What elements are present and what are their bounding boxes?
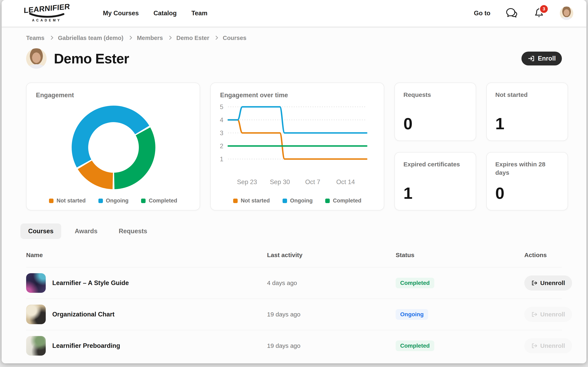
legend-label: Ongoing [290,198,313,204]
logout-icon [531,280,538,286]
main-nav: My Courses Catalog Team [103,9,208,17]
y-axis-label: 3 [220,129,223,137]
unenroll-button[interactable]: Unenroll [524,275,572,291]
breadcrumb-item[interactable]: Demo Ester [176,35,209,42]
course-name[interactable]: Learnifier – A Style Guide [52,279,129,287]
chevron-right-icon [214,36,218,40]
status-badge: Completed [396,341,434,351]
page-header: Demo Ester Enroll [26,48,562,69]
y-axis-label: 1 [220,156,223,163]
table-row: Learnifier – A Style Guide4 days agoComp… [26,267,562,299]
tab-courses[interactable]: Courses [20,224,61,239]
column-header-status: Status [396,252,524,259]
donut-segment-not-started [78,160,113,189]
stat-card-expired-certificates: Expired certificates 1 [394,152,476,210]
summary-cards: Engagement Not startedOngoingCompleted E… [26,83,562,210]
legend-label: Completed [149,198,177,204]
unenroll-label: Unenroll [540,342,565,349]
legend-label: Not started [241,198,270,204]
engagement-line-chart: 54321Sep 23Sep 30Oct 7Oct 14 [211,83,385,211]
legend-item: Not started [233,198,270,204]
nav-item-team[interactable]: Team [191,9,208,17]
logout-icon [531,311,538,318]
x-axis-label: Sep 30 [270,178,290,185]
donut-segment-completed [114,127,155,189]
last-activity: 19 days ago [267,311,300,318]
stat-card-not-started: Not started 1 [486,83,568,141]
section-tabs: CoursesAwardsRequests [20,224,562,239]
notifications-button[interactable]: 3 [533,7,545,19]
stat-value: 0 [495,185,559,201]
legend-swatch [141,199,146,203]
course-thumbnail [26,305,46,324]
legend-swatch [325,199,330,203]
member-avatar [26,48,47,69]
unenroll-label: Unenroll [540,280,565,286]
legend-label: Not started [57,198,86,204]
user-avatar[interactable] [560,7,573,20]
legend-swatch [98,199,103,203]
stat-column-1: Requests 0 Expired certificates 1 [394,83,476,210]
line-chart-legend: Not startedOngoingCompleted [211,198,384,204]
messages-button[interactable] [506,8,518,19]
legend-swatch [283,199,287,203]
app-window: LEARNIFIER ACADEMY My Courses Catalog Te… [2,0,586,363]
stat-label: Not started [495,91,559,99]
last-activity-cell: 4 days ago [267,280,396,286]
table-row: Organizational Chart19 days agoOngoingUn… [26,299,562,330]
stat-label: Expires within 28 days [495,160,559,177]
column-header-name: Name [26,252,267,259]
stat-column-2: Not started 1 Expires within 28 days 0 [486,83,568,210]
tab-awards[interactable]: Awards [67,224,105,239]
breadcrumb: TeamsGabriellas team (demo)MembersDemo E… [26,35,562,42]
table-row: Learnifier Preboarding19 days agoComplet… [26,330,562,361]
last-activity: 4 days ago [267,280,297,286]
status-cell: Completed [396,341,524,351]
legend-swatch [233,199,238,203]
breadcrumb-item[interactable]: Members [137,35,163,42]
course-name[interactable]: Learnifier Preboarding [52,342,120,350]
page-title: Demo Ester [54,50,129,67]
breadcrumb-item[interactable]: Gabriellas team (demo) [58,35,123,42]
unenroll-button: Unenroll [524,307,572,322]
engagement-over-time-card: Engagement over time 54321Sep 23Sep 30Oc… [210,83,384,210]
y-axis-label: 2 [220,142,223,150]
table-header-row: Name Last activity Status Actions [26,252,562,267]
nav-item-my-courses[interactable]: My Courses [103,9,139,17]
donut-chart-title: Engagement [36,92,74,99]
learnifier-academy-logo[interactable]: LEARNIFIER ACADEMY [21,4,72,22]
table-body: Learnifier – A Style Guide4 days agoComp… [26,267,562,361]
course-name-cell: Organizational Chart [26,305,267,324]
go-to-menu[interactable]: Go to [474,9,490,17]
tab-requests[interactable]: Requests [111,224,155,239]
status-cell: Ongoing [396,309,524,320]
stat-value: 0 [403,116,467,132]
course-name[interactable]: Organizational Chart [52,311,114,318]
stat-label: Requests [403,91,467,99]
unenroll-button: Unenroll [524,338,572,353]
engagement-donut-chart [69,103,158,192]
legend-item: Completed [325,198,361,204]
last-activity-cell: 19 days ago [267,342,396,349]
legend-swatch [49,199,53,203]
x-axis-label: Oct 14 [336,178,355,185]
enroll-button[interactable]: Enroll [521,52,562,66]
topbar-right-cluster: Go to 3 [474,7,573,20]
stat-card-requests: Requests 0 [394,83,476,141]
x-axis-label: Sep 23 [237,178,257,185]
logout-icon [531,342,538,349]
status-badge: Ongoing [396,309,428,320]
stat-value: 1 [495,116,559,132]
donut-legend: Not startedOngoingCompleted [26,198,200,204]
legend-label: Ongoing [106,198,129,204]
stat-label: Expired certificates [403,160,467,169]
breadcrumb-item[interactable]: Teams [26,35,44,42]
nav-item-catalog[interactable]: Catalog [154,9,177,17]
unenroll-label: Unenroll [540,311,565,318]
legend-item: Not started [49,198,86,204]
column-header-actions: Actions [524,252,565,259]
legend-item: Ongoing [98,198,129,204]
line-series-not-started [228,120,367,159]
breadcrumb-item[interactable]: Courses [223,35,246,42]
last-activity-cell: 19 days ago [267,311,396,318]
